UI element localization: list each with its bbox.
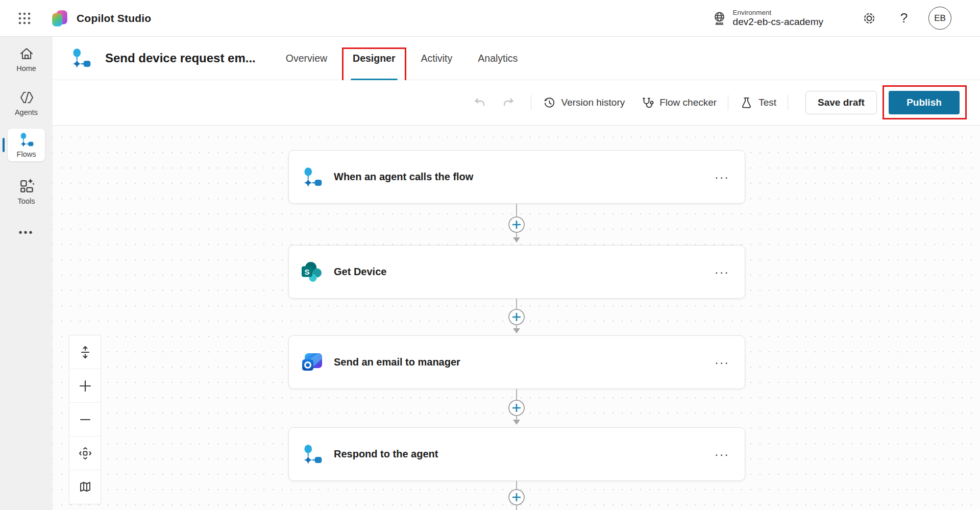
flows-icon [18, 132, 35, 148]
node-more-button[interactable]: ··· [713, 172, 731, 183]
version-history-label: Version history [561, 97, 625, 108]
flow-node-send-email[interactable]: Send an email to manager ··· [288, 335, 745, 389]
topbar: Copilot Studio Environment dev2-eb-cs-ac… [0, 0, 980, 37]
plus-icon [78, 379, 92, 393]
undo-icon [473, 96, 486, 109]
sidebar-item-label: Flows [17, 150, 36, 158]
connector [505, 299, 528, 335]
node-more-button[interactable]: ··· [713, 357, 731, 368]
copilot-studio-logo-icon [50, 9, 69, 28]
node-more-button[interactable]: ··· [713, 266, 731, 278]
node-label: When an agent calls the flow [334, 171, 473, 183]
tab-designer[interactable]: Designer [351, 37, 397, 80]
canvas-controls [69, 335, 101, 504]
node-label: Send an email to manager [334, 356, 460, 368]
node-label: Get Device [334, 266, 386, 278]
connector [505, 481, 528, 510]
svg-text:S: S [304, 267, 309, 276]
node-more-button[interactable]: ··· [713, 449, 731, 460]
help-icon: ? [900, 10, 908, 26]
app-launcher-button[interactable] [14, 8, 35, 29]
node-label: Respond to the agent [334, 448, 438, 460]
minus-icon [78, 412, 92, 427]
product-name: Copilot Studio [77, 12, 151, 25]
flow-icon [301, 443, 324, 466]
environment-name: dev2-eb-cs-academy [733, 16, 823, 28]
flow-icon [70, 47, 92, 69]
add-action-button[interactable] [509, 400, 524, 416]
tab-analytics[interactable]: Analytics [476, 37, 520, 80]
sidebar-item-label: Tools [18, 197, 35, 205]
flow-checker-button[interactable]: Flow checker [637, 92, 720, 114]
map-icon [78, 480, 92, 494]
flow-node-trigger[interactable]: When an agent calls the flow ··· [288, 150, 745, 204]
beaker-icon [740, 96, 753, 110]
undo-redo-group [470, 92, 519, 113]
center-view-button[interactable] [69, 436, 101, 470]
home-icon [18, 45, 35, 62]
sidebar-item-label: Agents [15, 108, 38, 116]
zoom-in-button[interactable] [69, 369, 101, 403]
add-action-button[interactable] [509, 309, 524, 325]
outlook-icon [301, 351, 324, 374]
environment-label: Environment [733, 9, 823, 17]
center-view-icon [78, 446, 92, 460]
tab-list: Overview Designer Activity Analytics [273, 37, 531, 80]
environment-text: Environment dev2-eb-cs-academy [733, 9, 823, 28]
help-button[interactable]: ? [893, 7, 915, 30]
history-icon [543, 96, 556, 110]
selected-indicator [3, 138, 5, 152]
fit-view-button[interactable] [69, 335, 101, 369]
flow-toolbar: Version history Flow checker T [53, 80, 980, 125]
settings-button[interactable] [858, 7, 880, 30]
sidebar-more-button[interactable]: ••• [6, 227, 47, 238]
agents-icon [17, 89, 36, 106]
test-label: Test [758, 97, 776, 108]
minimap-button[interactable] [69, 470, 101, 504]
test-button[interactable]: Test [737, 92, 779, 114]
tab-overview[interactable]: Overview [284, 37, 329, 80]
page-title: Send device request em... [105, 51, 256, 65]
environment-selector[interactable]: Environment dev2-eb-cs-academy [712, 9, 823, 28]
flow-icon [301, 166, 324, 188]
waffle-icon [18, 12, 31, 25]
topbar-right: Environment dev2-eb-cs-academy ? EB [712, 7, 980, 30]
tab-activity[interactable]: Activity [419, 37, 455, 80]
more-options-icon: ··· [715, 448, 729, 461]
flow-node-get-device[interactable]: S Get Device ··· [288, 245, 745, 299]
version-history-button[interactable]: Version history [540, 92, 628, 114]
more-options-icon: ··· [715, 171, 729, 184]
sidebar-item-flows[interactable]: Flows [8, 129, 45, 161]
sharepoint-icon: S [301, 261, 324, 283]
add-action-button[interactable] [509, 490, 524, 505]
publish-wrap: Publish [889, 91, 960, 114]
brand[interactable]: Copilot Studio [50, 9, 151, 28]
zoom-out-button[interactable] [69, 403, 101, 436]
toolbar-divider [788, 95, 788, 110]
avatar-initials: EB [934, 13, 946, 23]
sidebar-item-agents[interactable]: Agents [6, 89, 47, 116]
avatar[interactable]: EB [928, 7, 951, 30]
sidebar-item-tools[interactable]: Tools [6, 177, 47, 205]
more-options-icon: ··· [715, 356, 729, 369]
tab-designer-label: Designer [353, 53, 395, 64]
sidebar-item-home[interactable]: Home [6, 45, 47, 72]
connector [505, 204, 528, 245]
globe-icon [712, 11, 727, 26]
redo-icon [502, 96, 516, 109]
tools-icon [17, 177, 36, 195]
flow-canvas[interactable]: When an agent calls the flow ··· S [53, 125, 980, 510]
flow-checker-label: Flow checker [659, 97, 717, 108]
more-options-icon: ··· [715, 265, 729, 279]
undo-button[interactable] [470, 92, 489, 113]
more-icon: ••• [18, 227, 34, 238]
stethoscope-icon [640, 96, 654, 110]
toolbar-divider [728, 95, 728, 110]
toolbar-divider [531, 95, 531, 110]
flow-node-respond[interactable]: Respond to the agent ··· [288, 427, 745, 481]
copilot-studio-app: Copilot Studio Environment dev2-eb-cs-ac… [0, 0, 980, 510]
save-draft-button[interactable]: Save draft [805, 91, 877, 114]
publish-button[interactable]: Publish [889, 91, 960, 114]
add-action-button[interactable] [509, 217, 524, 232]
redo-button[interactable] [499, 92, 519, 113]
